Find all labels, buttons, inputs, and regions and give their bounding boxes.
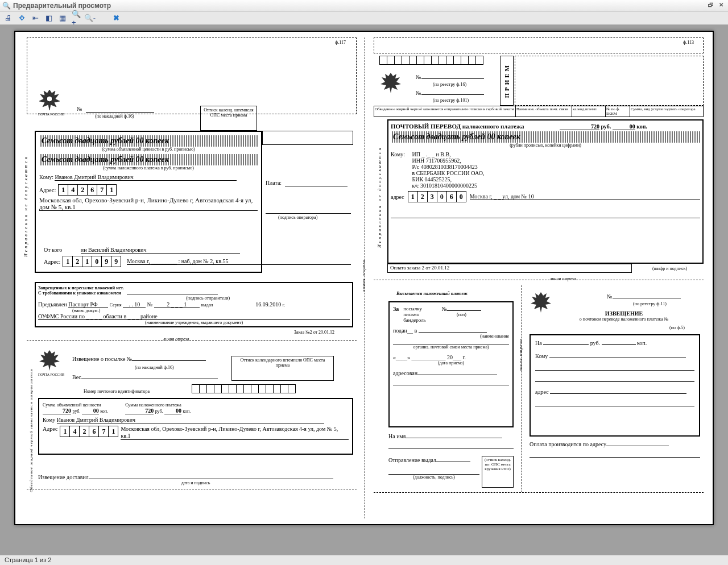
move-icon[interactable]: ✥ <box>17 14 26 23</box>
print-icon[interactable]: 🖨 <box>3 14 13 23</box>
restore-button[interactable]: 🗗 <box>706 2 715 10</box>
title-bar: 🔍 Предварительный просмотр 🗗 ✕ <box>0 0 728 11</box>
prev-page-icon[interactable]: ◧ <box>44 14 53 23</box>
close-button[interactable]: ✕ <box>717 2 726 10</box>
zoom-out-icon[interactable]: 🔍- <box>85 14 94 23</box>
close-preview-icon[interactable]: ✖ <box>111 14 121 23</box>
multi-page-icon[interactable]: ▦ <box>58 14 67 23</box>
first-page-icon[interactable]: ⇤ <box>31 14 40 23</box>
window-title: Предварительный просмотр <box>13 2 705 10</box>
zoom-in-icon[interactable]: 🔍+ <box>72 14 81 23</box>
toolbar: 🖨 ✥ ⇤ ◧ ▦ 🔍+ 🔍- ✖ <box>0 11 728 25</box>
app-icon: 🔍 <box>2 2 11 10</box>
